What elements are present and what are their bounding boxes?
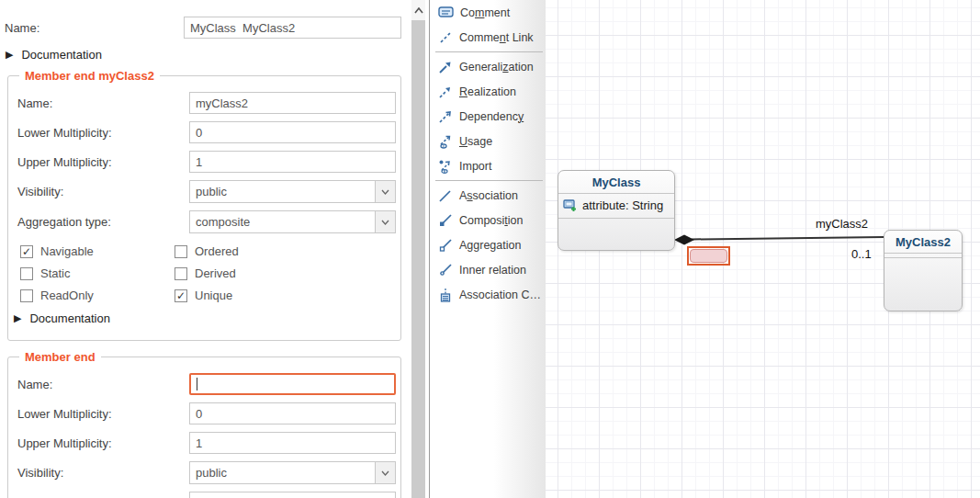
field-label: Upper Multiplicity: [17, 155, 189, 169]
label-edit-field[interactable] [690, 249, 727, 263]
field-label: Aggregation type: [17, 215, 189, 229]
field-label: Visibility: [17, 185, 189, 198]
member-end2-upper-multiplicity-input[interactable]: 1 [189, 151, 396, 173]
palette-item-realization[interactable]: Realization [430, 79, 546, 104]
comment-link-icon [438, 30, 453, 45]
selected-label-editor[interactable] [687, 246, 730, 266]
documentation-toggle[interactable]: ▶ Documentation [6, 48, 411, 62]
tool-palette: Comment Comment Link Generalization Real… [429, 0, 546, 498]
class-attribute[interactable]: attribute: String [558, 194, 674, 218]
member-end-myclass2-legend: Member end myClass2 [19, 69, 160, 83]
chevron-down-icon[interactable] [375, 211, 395, 232]
text-cursor [197, 378, 197, 390]
properties-panel: Name: MyClass MyClass2 ▶ Documentation M… [0, 0, 411, 498]
comment-icon [438, 6, 454, 19]
member-end-upper-multiplicity-input[interactable]: 1 [189, 432, 396, 454]
class-myclass2[interactable]: MyClass2 [884, 230, 963, 311]
inner-relation-icon [438, 263, 453, 277]
realization-icon [438, 85, 453, 99]
diagram-canvas[interactable]: MyClass attribute: String MyClass2 myCla… [546, 0, 980, 498]
compartment-separator [884, 257, 962, 258]
palette-separator [435, 51, 543, 52]
class-title[interactable]: MyClass2 [884, 231, 962, 253]
documentation-toggle[interactable]: ▶ Documentation [14, 311, 400, 325]
uml-editor: Name: MyClass MyClass2 ▶ Documentation M… [0, 0, 980, 498]
class-title[interactable]: MyClass [558, 171, 674, 193]
member-end-aggregation-type-select-partial[interactable] [189, 492, 396, 498]
palette-item-composition[interactable]: Composition [430, 208, 546, 232]
member-end-myclass2-group: Member end myClass2 Name: myClass2 Lower… [7, 69, 401, 341]
association-multiplicity-label[interactable]: 0..1 [851, 247, 872, 261]
member-end2-visibility-select[interactable]: public [189, 180, 396, 203]
member-end-name-input[interactable] [189, 373, 396, 395]
readonly-checkbox[interactable]: ReadOnly [20, 289, 175, 302]
association-end-name-label[interactable]: myClass2 [816, 217, 868, 231]
collapsed-arrow-icon: ▶ [6, 49, 13, 61]
navigable-checkbox[interactable]: ✓ Navigable [20, 244, 175, 258]
import-icon [438, 159, 453, 174]
member-end2-lower-multiplicity-input[interactable]: 0 [189, 121, 396, 143]
member-end2-flags: ✓ Navigable Ordered Static Derived [20, 244, 400, 302]
derived-checkbox[interactable]: Derived [175, 266, 358, 280]
member-end2-aggregation-type-select[interactable]: composite [189, 210, 396, 233]
panel-scrollbar[interactable] [411, 0, 425, 498]
generalization-icon [438, 60, 453, 74]
chevron-down-icon[interactable] [375, 462, 395, 483]
palette-item-aggregation[interactable]: Aggregation [430, 232, 546, 257]
class-myclass[interactable]: MyClass attribute: String [558, 170, 675, 251]
composite-diamond-icon [674, 235, 694, 245]
chevron-down-icon[interactable] [375, 181, 395, 202]
palette-item-association-class[interactable]: Association C… [430, 282, 546, 307]
member-end-lower-multiplicity-input[interactable]: 0 [189, 402, 396, 424]
association-name-input[interactable]: MyClass MyClass2 [184, 17, 401, 39]
field-label: Name: [17, 378, 189, 391]
palette-item-dependency[interactable]: Dependency [430, 104, 546, 129]
dependency-icon [438, 109, 453, 124]
palette-item-generalization[interactable]: Generalization [430, 54, 546, 79]
aggregation-icon [438, 238, 453, 253]
palette-item-comment[interactable]: Comment [430, 0, 546, 25]
chevron-up-icon [414, 7, 423, 14]
field-label: Visibility: [17, 466, 189, 480]
association-icon [438, 188, 453, 203]
field-label: Upper Multiplicity: [17, 436, 189, 450]
member-end-group: Member end Name: Lower Multiplicity: 0 U… [7, 350, 401, 498]
association-name-label: Name: [5, 21, 184, 35]
static-checkbox[interactable]: Static [20, 266, 175, 280]
palette-separator [435, 180, 543, 181]
member-end-visibility-select[interactable]: public [189, 461, 396, 484]
palette-item-import[interactable]: Import [430, 153, 546, 178]
composition-icon [438, 213, 453, 228]
member-end2-name-input[interactable]: myClass2 [189, 92, 396, 114]
unique-checkbox[interactable]: ✓ Unique [175, 289, 358, 302]
association-class-icon [438, 288, 453, 302]
field-label: Name: [17, 96, 189, 110]
palette-item-association[interactable]: Association [430, 183, 546, 208]
attribute-icon [563, 199, 578, 212]
palette-item-usage[interactable]: Usage [430, 129, 546, 153]
palette-item-comment-link[interactable]: Comment Link [430, 25, 546, 50]
compartment-separator [558, 218, 674, 219]
member-end-legend: Member end [19, 350, 101, 364]
scroll-up-button[interactable] [411, 0, 425, 20]
field-label: Lower Multiplicity: [17, 126, 189, 140]
field-label: Lower Multiplicity: [17, 407, 189, 421]
usage-icon [438, 134, 453, 149]
collapsed-arrow-icon: ▶ [14, 312, 21, 324]
palette-item-inner-relation[interactable]: Inner relation [430, 257, 546, 282]
ordered-checkbox[interactable]: Ordered [175, 244, 358, 258]
